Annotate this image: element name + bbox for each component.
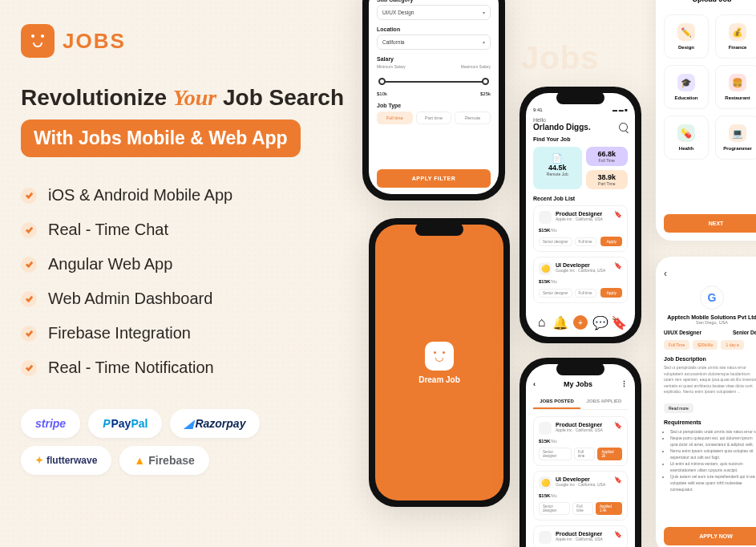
- job-sub: Google inc · California, USA: [556, 482, 605, 487]
- brand-logo-icon: [21, 24, 55, 58]
- find-heading: Find Your Job: [533, 136, 628, 142]
- phone-home: 9:41▬ ▬ ■ Hello Orlando Diggs. Find Your…: [519, 87, 641, 343]
- job-card[interactable]: Product Designer Apple inc · California,…: [533, 525, 628, 547]
- salary-slider[interactable]: [377, 72, 491, 90]
- category-card[interactable]: ✏️ Design: [664, 14, 709, 59]
- stripe-logo: stripe: [21, 409, 80, 438]
- applied-status: Applied 1.4k: [596, 502, 622, 515]
- apply-now-button[interactable]: APPLY NOW: [664, 527, 756, 545]
- category-icon: 💻: [729, 124, 746, 142]
- requirements-list: Sed ut perspiciatis unde omnis iste natu…: [664, 428, 756, 492]
- nav-bell-icon[interactable]: 🔔: [555, 317, 566, 328]
- category-card[interactable]: 🍔 Restaurant: [715, 65, 756, 109]
- subcategory-select[interactable]: UI/UX Design: [377, 5, 491, 20]
- apply-button[interactable]: Apply: [600, 288, 622, 298]
- stat-parttime[interactable]: 38.9k Part Time: [586, 170, 629, 189]
- company-icon: 🟡: [539, 476, 552, 489]
- phone-filter: Sub Category UI/UX Design Location Calif…: [362, 0, 505, 201]
- job-sub: Google inc · California, USA: [556, 268, 605, 273]
- job-tag: Full time: [575, 289, 596, 298]
- tab-applied[interactable]: JOBS APPLIED: [580, 395, 628, 409]
- category-card[interactable]: 💊 Health: [664, 115, 709, 160]
- detail-pill-time: 1 day a: [721, 340, 743, 350]
- category-name: Education: [668, 95, 705, 100]
- tab-posted[interactable]: JOBS POSTED: [533, 395, 580, 409]
- jobtype-parttime[interactable]: Part time: [416, 111, 452, 124]
- read-more-button[interactable]: Read more: [664, 403, 693, 413]
- flutterwave-logo: flutterwave: [21, 446, 111, 475]
- stat-remote[interactable]: 📄 44.5k Remote Job: [533, 147, 582, 189]
- job-salary: $15K/Mo: [539, 439, 622, 444]
- more-icon[interactable]: ⋮: [621, 380, 628, 388]
- bottom-nav: ⌂ 🔔 + 💬 🔖: [532, 311, 629, 334]
- applied-status: Applied 2k: [597, 448, 622, 460]
- category-card[interactable]: 🎓 Education: [664, 65, 709, 109]
- nav-chat-icon[interactable]: 💬: [595, 317, 606, 328]
- category-name: Finance: [719, 45, 756, 50]
- jobtype-remote[interactable]: Remote: [455, 111, 491, 124]
- apply-filter-button[interactable]: APPLY FILTER: [377, 169, 491, 188]
- company-icon: [539, 211, 552, 224]
- feature-item: Real - Time Notification: [21, 359, 350, 377]
- category-icon: 💊: [677, 124, 695, 142]
- bookmark-icon[interactable]: 🔖: [614, 211, 622, 218]
- company-icon: [539, 422, 552, 435]
- category-name: Health: [668, 146, 705, 151]
- job-salary: $15K/Mo: [539, 493, 622, 498]
- nav-add-button[interactable]: +: [573, 315, 588, 330]
- bookmark-icon[interactable]: 🔖: [614, 422, 622, 429]
- splash-title: Dream Job: [418, 375, 460, 384]
- role-level: Senior Des: [733, 330, 756, 335]
- req-heading: Requirements: [664, 419, 756, 425]
- bookmark-icon[interactable]: 🔖: [614, 476, 622, 484]
- jobtype-label: Job Type: [377, 103, 491, 108]
- job-card[interactable]: Product Designer Apple inc · California,…: [533, 205, 628, 252]
- back-icon[interactable]: ‹: [664, 268, 756, 279]
- check-icon: [21, 291, 37, 307]
- category-name: Design: [668, 45, 705, 50]
- job-card[interactable]: 🟡 UI Developer Google inc · California, …: [533, 471, 628, 521]
- job-card[interactable]: Product Designer Apple inc · California,…: [533, 416, 628, 466]
- check-icon: [21, 326, 37, 342]
- bookmark-icon[interactable]: 🔖: [614, 262, 622, 269]
- page-title: My Jobs: [564, 380, 592, 388]
- requirement-item: Neque porro quisquam est, qui dolorem ip…: [670, 435, 756, 448]
- company-icon: 🟡: [539, 262, 552, 275]
- detail-pill-type: Full Time: [664, 340, 689, 350]
- category-card[interactable]: 💰 Finance: [715, 14, 756, 59]
- greeting: Hello: [533, 117, 628, 123]
- apply-button[interactable]: Apply: [600, 237, 622, 246]
- back-icon[interactable]: ‹: [533, 380, 536, 388]
- category-icon: 🍔: [729, 74, 746, 91]
- feature-item: Web Admin Dashboard: [21, 290, 350, 308]
- category-icon: ✏️: [677, 23, 695, 41]
- user-name: Orlando Diggs.: [533, 123, 591, 132]
- feature-list: iOS & Android Mobile App Real - Time Cha…: [21, 186, 350, 377]
- location-select[interactable]: California: [377, 34, 491, 50]
- brand-name: JOBS: [63, 29, 126, 54]
- job-tag: Senior designer: [539, 502, 570, 515]
- phone-splash: Dream Job: [369, 218, 510, 507]
- bookmark-icon[interactable]: 🔖: [614, 531, 622, 538]
- nav-home-icon[interactable]: ⌂: [536, 317, 548, 328]
- next-button[interactable]: NEXT: [664, 214, 756, 233]
- stat-fulltime[interactable]: 66.8k Full Time: [586, 147, 629, 166]
- headline: Revolutionize Your Job Search: [21, 83, 350, 111]
- feature-item: iOS & Android Mobile App: [21, 186, 350, 205]
- desc-heading: Job Description: [664, 356, 756, 362]
- location-label: Location: [377, 26, 491, 32]
- job-title: UI Developer: [556, 476, 605, 482]
- category-card[interactable]: 💻 Programmer: [715, 115, 756, 160]
- job-tag: Senior designer: [539, 448, 572, 460]
- search-icon[interactable]: [619, 123, 628, 132]
- requirement-item: Ut enim ad minima veniam, quis nostrum e…: [670, 460, 756, 473]
- nav-bookmark-icon[interactable]: 🔖: [613, 317, 625, 328]
- check-icon: [21, 222, 37, 238]
- job-card[interactable]: 🟡 UI Developer Google inc · California, …: [533, 257, 628, 303]
- integration-logos: stripe PPayPal ◢Razorpay flutterwave Fir…: [21, 409, 350, 475]
- job-salary: $15K/Mo: [539, 279, 622, 284]
- jobtype-fulltime[interactable]: Full time: [377, 111, 413, 124]
- upload-title: Upload Job: [664, 0, 756, 3]
- desc-text: Sed ut perspiciatis unde omnis iste natu…: [664, 365, 756, 395]
- category-icon: 🎓: [677, 74, 695, 91]
